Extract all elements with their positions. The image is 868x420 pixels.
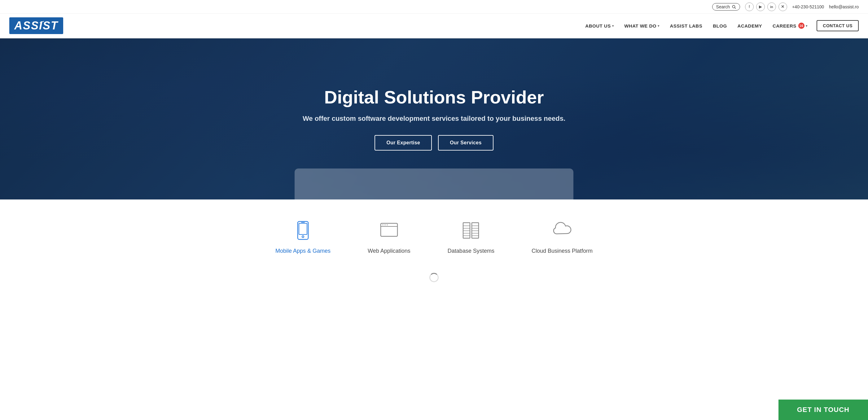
services-button[interactable]: Our Services xyxy=(438,135,493,151)
search-icon xyxy=(732,5,736,9)
svg-point-0 xyxy=(732,5,735,8)
chevron-down-icon: ▾ xyxy=(612,24,614,28)
hero-section: Digital Solutions Provider We offer cust… xyxy=(0,38,868,199)
service-label-mobile: Mobile Apps & Games xyxy=(275,248,331,254)
web-apps-icon xyxy=(377,218,401,243)
database-icon xyxy=(459,218,483,243)
nav-items: ABOUT US ▾ WHAT WE DO ▾ ASSIST LABS BLOG… xyxy=(581,20,859,31)
service-label-web: Web Applications xyxy=(368,248,410,254)
social-icons: f ▶ in ✕ xyxy=(745,2,787,11)
nav-item-careers[interactable]: CAREERS 16 ▾ xyxy=(768,20,812,31)
service-item-mobile[interactable]: Mobile Apps & Games xyxy=(257,218,349,254)
service-item-cloud[interactable]: Cloud Business Platform xyxy=(513,218,611,254)
logo-container[interactable]: ASSIST xyxy=(9,17,63,34)
nav-item-academy[interactable]: ACADEMY xyxy=(733,21,766,31)
phone-number: +40-230-521100 xyxy=(792,4,824,9)
main-nav: ASSIST ABOUT US ▾ WHAT WE DO ▾ ASSIST LA… xyxy=(0,13,868,38)
facebook-icon[interactable]: f xyxy=(745,2,754,11)
top-bar: Search f ▶ in ✕ +40-230-521100 hello@ass… xyxy=(0,0,868,13)
chevron-down-icon: ▾ xyxy=(658,24,659,28)
hero-title: Digital Solutions Provider xyxy=(303,87,565,107)
svg-point-10 xyxy=(386,224,388,225)
search-label: Search xyxy=(716,4,730,9)
service-item-web[interactable]: Web Applications xyxy=(349,218,429,254)
contact-us-button[interactable]: CONTACT US xyxy=(816,20,859,31)
nav-item-about[interactable]: ABOUT US ▾ xyxy=(581,21,618,31)
svg-point-9 xyxy=(384,224,386,225)
expertise-button[interactable]: Our Expertise xyxy=(374,135,432,151)
loading-spinner-container xyxy=(0,267,868,285)
xing-icon[interactable]: ✕ xyxy=(778,2,787,11)
svg-rect-3 xyxy=(299,223,307,234)
nav-item-blog[interactable]: BLOG xyxy=(709,21,731,31)
service-label-cloud: Cloud Business Platform xyxy=(532,248,593,254)
nav-item-what-we-do[interactable]: WHAT WE DO ▾ xyxy=(620,21,663,31)
search-box[interactable]: Search xyxy=(712,3,740,10)
youtube-icon[interactable]: ▶ xyxy=(756,2,765,11)
hero-content: Digital Solutions Provider We offer cust… xyxy=(297,87,571,151)
hero-buttons: Our Expertise Our Services xyxy=(303,135,565,151)
loading-spinner xyxy=(429,273,439,282)
svg-rect-2 xyxy=(298,222,308,239)
contact-info: +40-230-521100 hello@assist.ro xyxy=(792,4,859,9)
svg-point-4 xyxy=(302,236,304,237)
hero-subtitle: We offer custom software development ser… xyxy=(303,115,565,123)
careers-badge: 16 xyxy=(798,23,805,29)
mobile-apps-icon xyxy=(290,218,315,243)
service-label-database: Database Systems xyxy=(447,248,494,254)
svg-line-1 xyxy=(735,7,736,8)
service-item-database[interactable]: Database Systems xyxy=(429,218,513,254)
linkedin-icon[interactable]: in xyxy=(767,2,776,11)
email-address: hello@assist.ro xyxy=(829,4,859,9)
cloud-icon xyxy=(550,218,574,243)
services-section: Mobile Apps & Games Web Applications xyxy=(0,199,868,267)
hero-card xyxy=(294,168,574,199)
logo: ASSIST xyxy=(14,19,58,32)
nav-item-assist-labs[interactable]: ASSIST LABS xyxy=(666,21,707,31)
svg-point-8 xyxy=(382,224,383,225)
chevron-down-icon: ▾ xyxy=(806,24,808,28)
